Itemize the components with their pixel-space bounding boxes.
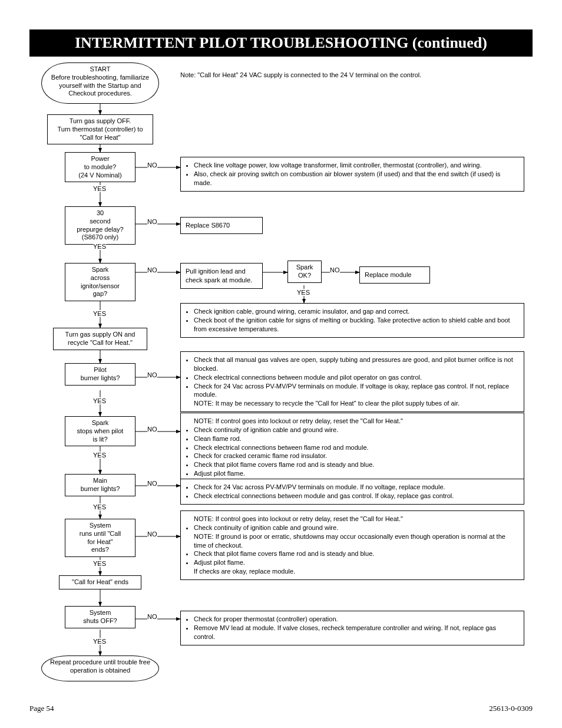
label-no: NO (147, 371, 157, 378)
list-item: Adjust pilot flame. (194, 469, 519, 478)
note-text: NOTE: If control goes into lockout or re… (186, 515, 519, 523)
decision-spark-ok: SparkOK? (287, 261, 322, 283)
label-no: NO (147, 613, 157, 620)
label-yes: YES (93, 243, 106, 250)
list-item: Check for proper thermostat (controller)… (194, 615, 519, 624)
label-yes: YES (297, 289, 310, 296)
action-no-power: Check line voltage power, low voltage tr… (180, 157, 524, 192)
page: INTERMITTENT PILOT TROUBLESHOOTING (cont… (0, 0, 562, 728)
label-no: NO (147, 162, 157, 169)
page-footer: Page 54 25613-0-0309 (29, 704, 533, 713)
action-runs-no: NOTE: If control goes into lockout or re… (180, 510, 524, 580)
decision-power-to-module: Powerto module?(24 V Nominal) (65, 152, 135, 182)
note-text: NOTE: It may be necessary to recycle the… (186, 399, 519, 408)
decision-main-burner-lights: Mainburner lights? (65, 474, 135, 496)
note-text: NOTE: If control goes into lockout or re… (186, 417, 519, 426)
list-item: Clean flame rod. (194, 434, 519, 443)
trail-text: If checks are okay, replace module. (186, 567, 519, 576)
list-item: Check that pilot flame covers flame rod … (194, 549, 519, 558)
decision-prepurge-delay: 30secondprepurge delay?(S8670 only) (65, 206, 135, 245)
list-item: Check electrical connections between fla… (194, 443, 519, 452)
list-item: Check that pilot flame covers flame rod … (194, 460, 519, 469)
label-no: NO (330, 266, 340, 274)
label-yes: YES (93, 503, 106, 510)
action-pull-ignition-lead: Pull ignition lead and check spark at mo… (180, 263, 263, 289)
action-shuts-off-no: Check for proper thermostat (controller)… (180, 611, 524, 645)
list-item: Remove MV lead at module. If valve close… (194, 624, 519, 641)
action-main-no: Check for 24 Vac across PV-MV/PV termina… (180, 479, 524, 505)
terminal-end: Repeat procedure until trouble free oper… (41, 655, 159, 681)
label-no: NO (147, 480, 157, 487)
label-yes: YES (93, 560, 106, 567)
decision-system-shuts-off: Systemshuts OFF? (65, 606, 135, 628)
label-no: NO (147, 426, 157, 433)
process-call-ends: "Call for Heat" ends (59, 575, 141, 589)
label-yes: YES (93, 638, 106, 645)
note-text: NOTE: If ground is poor or erratic, shut… (186, 532, 519, 550)
label-yes: YES (93, 185, 106, 192)
list-item: Check for 24 Vac across PV-MV/PV termina… (194, 483, 519, 492)
process-gas-off: Turn gas supply OFF.Turn thermostat (con… (47, 114, 153, 144)
action-pilot-no: Check that all manual gas valves are ope… (180, 351, 524, 412)
action-spark-ok-checks: Check ignition cable, ground wiring, cer… (180, 303, 524, 338)
action-replace-s8670: Replace S8670 (180, 217, 263, 234)
note-call-for-heat: Note: "Call for Heat" 24 VAC supply is c… (180, 71, 510, 79)
decision-spark-across-gap: Sparkacrossignitor/sensorgap? (65, 263, 135, 301)
page-number: Page 54 (29, 704, 54, 713)
list-item: Check continuity of ignition cable and g… (194, 523, 519, 532)
action-replace-module: Replace module (359, 266, 430, 284)
label-yes: YES (93, 452, 106, 459)
label-no: NO (147, 218, 157, 225)
list-item: Check line voltage power, low voltage tr… (194, 161, 519, 170)
page-title: INTERMITTENT PILOT TROUBLESHOOTING (cont… (29, 29, 533, 57)
label-yes: YES (93, 397, 106, 404)
label-no: NO (147, 531, 157, 538)
decision-system-runs: Systemruns until "Callfor Heat"ends? (65, 519, 135, 557)
list-item: Adjust pilot flame. (194, 558, 519, 567)
label-yes: YES (93, 310, 106, 317)
list-item: Also, check air proving switch on combus… (194, 170, 519, 187)
list-item: Check continuity of ignition cable and g… (194, 426, 519, 434)
list-item: Check electrical connections between mod… (194, 492, 519, 500)
flowchart: Note: "Call for Heat" 24 VAC supply is c… (29, 62, 533, 687)
list-item: Check boot of the ignition cable for sig… (194, 316, 519, 334)
decision-pilot-burner-lights: Pilotburner lights? (65, 363, 135, 386)
label-no: NO (147, 266, 157, 274)
decision-spark-stops: Sparkstops when pilotis lit? (65, 416, 135, 446)
list-item: Check that all manual gas valves are ope… (194, 355, 519, 373)
list-item: Check for cracked ceramic flame rod insu… (194, 452, 519, 460)
terminal-start: STARTBefore troubleshooting, familiarize… (41, 62, 159, 104)
process-gas-on: Turn gas supply ON andrecycle "Call for … (53, 328, 147, 350)
list-item: Check ignition cable, ground wiring, cer… (194, 307, 519, 316)
document-number: 25613-0-0309 (489, 704, 533, 713)
list-item: Check for 24 Vac across PV-MV/PV termina… (194, 382, 519, 400)
list-item: Check electrical connections between mod… (194, 373, 519, 382)
